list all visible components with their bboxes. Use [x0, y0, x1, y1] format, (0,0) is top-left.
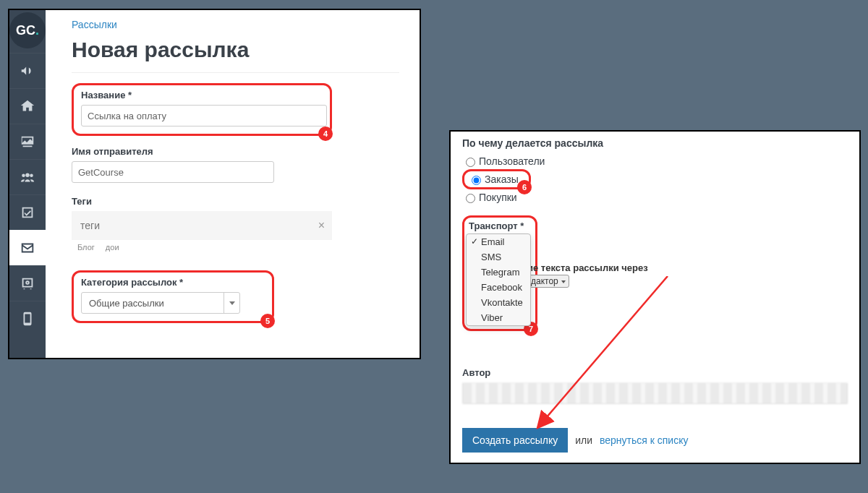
- basis-opt-label: Покупки: [479, 192, 517, 203]
- author-input-blurred[interactable]: [462, 382, 848, 404]
- badge-6: 6: [517, 180, 532, 194]
- basis-opt-orders[interactable]: Заказы: [468, 173, 525, 185]
- footer-row: Создать рассылку или вернуться к списку: [462, 428, 848, 453]
- radio-users[interactable]: [466, 158, 475, 167]
- highlight-transport: Транспорт * Email SMS Telegram Facebook …: [462, 215, 537, 331]
- transport-label: Транспорт *: [469, 220, 531, 231]
- tag-suggestion[interactable]: Блог: [77, 243, 95, 252]
- transport-opt-facebook[interactable]: Facebook: [467, 280, 530, 295]
- editor-select[interactable]: дактор: [527, 275, 569, 288]
- highlight-orders: Заказы 6: [462, 169, 531, 189]
- edit-hint-row: ие текста рассылки через дактор: [527, 262, 648, 288]
- sender-label: Имя отправителя: [72, 146, 399, 157]
- radio-orders[interactable]: [472, 176, 481, 185]
- basis-opt-users[interactable]: Пользователи: [462, 155, 848, 167]
- name-label: Название *: [81, 90, 323, 100]
- sidebar-safe-icon[interactable]: [9, 265, 46, 301]
- chevron-down-icon: [224, 293, 239, 313]
- sidebar: GC.: [9, 10, 46, 358]
- or-text: или: [575, 434, 592, 446]
- name-input[interactable]: [81, 105, 327, 127]
- back-link[interactable]: вернуться к списку: [600, 434, 688, 446]
- author-label: Автор: [462, 367, 848, 378]
- tag-suggestion[interactable]: дои: [106, 243, 119, 252]
- badge-4: 4: [318, 127, 333, 141]
- sidebar-mail-icon[interactable]: [9, 230, 46, 265]
- tags-input-wrap[interactable]: ×: [72, 211, 332, 240]
- edit-hint-text: ие текста рассылки через: [527, 262, 648, 273]
- badge-5: 5: [260, 314, 275, 328]
- basis-opt-label: Заказы: [485, 173, 519, 185]
- sender-input[interactable]: [72, 161, 274, 183]
- transport-opt-sms[interactable]: SMS: [467, 249, 530, 265]
- sidebar-users-icon[interactable]: [9, 159, 46, 194]
- transport-opt-telegram[interactable]: Telegram: [467, 265, 530, 280]
- sidebar-sound-icon[interactable]: [9, 53, 46, 88]
- highlight-name: Название * 4: [72, 83, 332, 136]
- sidebar-chart-icon[interactable]: [9, 124, 46, 159]
- sidebar-check-icon[interactable]: [9, 194, 46, 230]
- category-value: Общие рассылки: [89, 298, 164, 309]
- radio-purchases[interactable]: [466, 194, 475, 203]
- category-label: Категория рассылок *: [81, 277, 265, 288]
- transport-opt-vkontakte[interactable]: Vkontakte: [467, 295, 530, 310]
- transport-opt-viber[interactable]: Viber: [467, 310, 530, 325]
- create-button[interactable]: Создать рассылку: [462, 428, 568, 453]
- tags-input[interactable]: [79, 219, 325, 232]
- transport-opt-email[interactable]: Email: [467, 234, 530, 249]
- basis-opt-label: Пользователи: [479, 155, 545, 167]
- basis-group: Пользователи Заказы 6 Покупки: [462, 153, 848, 205]
- logo[interactable]: GC.: [9, 12, 46, 48]
- tags-label: Теги: [72, 196, 399, 207]
- form-area: Рассылки Новая рассылка Название * 4 Имя…: [46, 10, 420, 358]
- logo-text: GC.: [16, 23, 39, 38]
- sidebar-home-icon[interactable]: [9, 88, 46, 124]
- sidebar-phone-icon[interactable]: [9, 301, 46, 336]
- panel-right: По чему делается рассылка Пользователи З…: [449, 130, 861, 464]
- category-select[interactable]: Общие рассылки: [81, 292, 240, 314]
- transport-dropdown[interactable]: Email SMS Telegram Facebook Vkontakte Vi…: [466, 233, 531, 326]
- tags-clear-icon[interactable]: ×: [318, 219, 325, 232]
- basis-label: По чему делается рассылка: [462, 137, 848, 149]
- panel-left: GC. Рассылки Новая рассылка Назв: [8, 9, 421, 359]
- breadcrumb[interactable]: Рассылки: [72, 19, 399, 30]
- page-title: Новая рассылка: [72, 38, 399, 73]
- tag-suggestions: Блог дои: [77, 243, 399, 252]
- highlight-category: Категория рассылок * Общие рассылки 5: [72, 270, 274, 323]
